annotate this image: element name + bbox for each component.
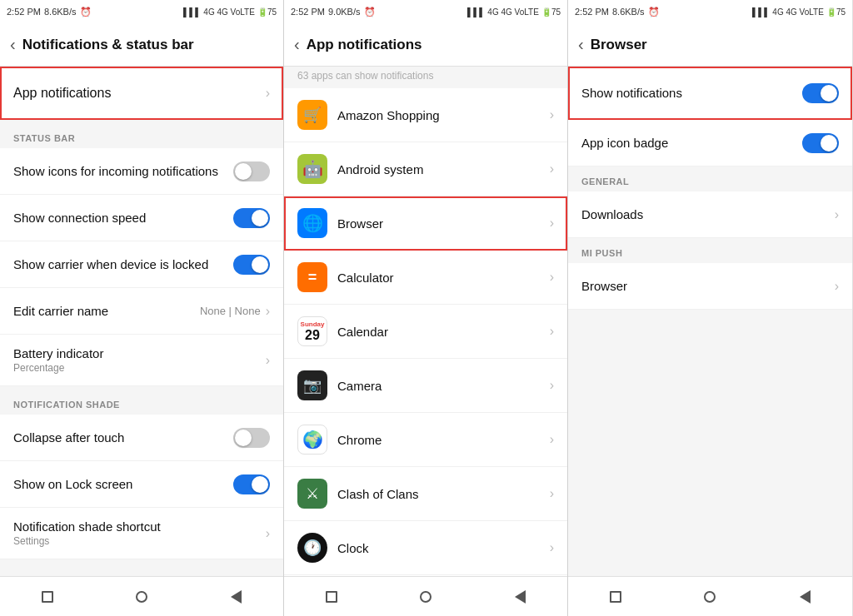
network-type-3: 4G 4G VoLTE: [772, 7, 824, 17]
battery-icon-3: 🔋75: [826, 7, 846, 17]
top-bar-2: ‹ App notifications: [284, 23, 567, 67]
show-connection-speed-text: Show connection speed: [13, 211, 227, 225]
calendar-chevron: ›: [550, 324, 554, 339]
battery-indicator-item[interactable]: Battery indicator Percentage ›: [0, 335, 283, 386]
show-notifications-toggle[interactable]: [802, 83, 839, 103]
edit-carrier-chevron: ›: [266, 304, 270, 319]
back-nav-button-1[interactable]: [221, 582, 251, 612]
status-time-1: 2:52 PM: [7, 7, 41, 17]
show-notifications-item[interactable]: Show notifications: [568, 67, 852, 120]
app-item-camera[interactable]: 📷 Camera ›: [284, 359, 567, 413]
show-connection-speed-toggle[interactable]: [233, 208, 270, 228]
app-icon-badge-label: App icon badge: [581, 136, 796, 150]
show-carrier-text: Show carrier when device is locked: [13, 257, 227, 271]
app-item-amazon[interactable]: 🛒 Amazon Shopping ›: [284, 88, 567, 142]
status-data-3: 8.6KB/s: [612, 7, 645, 17]
show-lock-screen-label: Show on Lock screen: [13, 477, 227, 491]
show-lock-screen-toggle[interactable]: [233, 474, 270, 494]
battery-indicator-text: Battery indicator Percentage: [13, 346, 259, 374]
show-carrier-toggle[interactable]: [233, 255, 270, 275]
browser-mi-push-item[interactable]: Browser ›: [568, 263, 852, 310]
app-item-compass[interactable]: 🧭 Compass ›: [284, 575, 567, 576]
collapse-after-touch-toggle[interactable]: [233, 428, 270, 448]
downloads-nav-right: ›: [835, 207, 839, 222]
home-button-3[interactable]: [695, 582, 725, 612]
edit-carrier-label: Edit carrier name: [13, 304, 193, 318]
edit-carrier-item[interactable]: Edit carrier name None | None ›: [0, 288, 283, 335]
browser-mi-push-right: ›: [835, 279, 839, 294]
clock-text: Clock: [337, 541, 550, 555]
signal-icon-1: ▌▌▌: [183, 7, 201, 17]
back-button-3[interactable]: ‹: [578, 35, 584, 54]
home-button-2[interactable]: [411, 582, 441, 612]
app-item-chrome[interactable]: 🌍 Chrome ›: [284, 413, 567, 467]
app-icon-badge-toggle[interactable]: [802, 133, 839, 153]
alarm-icon-3: ⏰: [648, 7, 660, 17]
section-mi-push: MI PUSH: [568, 238, 852, 263]
network-type-1: 4G 4G VoLTE: [203, 7, 255, 17]
app-item-clock[interactable]: 🕐 Clock ›: [284, 521, 567, 575]
alarm-icon-2: ⏰: [364, 7, 376, 17]
home-button-1[interactable]: [127, 582, 157, 612]
home-icon-3: [704, 591, 716, 603]
battery-icon-1: 🔋75: [257, 7, 277, 17]
notif-shade-shortcut-subtitle: Settings: [13, 535, 259, 547]
back-nav-icon-3: [800, 590, 811, 604]
show-carrier-label: Show carrier when device is locked: [13, 257, 227, 271]
android-label: Android system: [337, 162, 550, 176]
collapse-after-touch-item[interactable]: Collapse after touch: [0, 415, 283, 461]
app-icon-badge-item[interactable]: App icon badge: [568, 120, 852, 166]
status-bar-right-2: ▌▌▌ 4G 4G VoLTE 🔋75: [467, 7, 561, 17]
calendar-icon: Sunday29: [297, 316, 327, 346]
notif-shade-shortcut-item[interactable]: Notification shade shortcut Settings ›: [0, 508, 283, 559]
downloads-nav-item[interactable]: Downloads ›: [568, 191, 852, 238]
back-nav-icon-1: [231, 590, 242, 604]
amazon-text: Amazon Shopping: [337, 108, 550, 122]
bottom-nav-2: [284, 576, 567, 616]
app-notifications-chevron: ›: [266, 86, 270, 101]
back-button-1[interactable]: ‹: [10, 35, 16, 54]
recents-icon-1: [42, 591, 53, 603]
show-icons-item[interactable]: Show icons for incoming notifications: [0, 148, 283, 195]
panel-notifications-status-bar: 2:52 PM 8.6KB/s ⏰ ▌▌▌ 4G 4G VoLTE 🔋75 ‹ …: [0, 0, 284, 616]
back-button-2[interactable]: ‹: [294, 35, 300, 54]
camera-text: Camera: [337, 379, 550, 393]
show-lock-screen-text: Show on Lock screen: [13, 477, 227, 491]
calculator-label: Calculator: [337, 271, 550, 285]
collapse-after-touch-label: Collapse after touch: [13, 430, 227, 445]
camera-icon: 📷: [297, 370, 327, 400]
show-connection-speed-label: Show connection speed: [13, 211, 227, 225]
show-connection-speed-item[interactable]: Show connection speed: [0, 195, 283, 241]
coc-icon: ⚔: [297, 479, 327, 509]
clock-chevron: ›: [550, 540, 554, 555]
app-notifications-label: App notifications: [13, 86, 266, 101]
app-item-calculator[interactable]: = Calculator ›: [284, 251, 567, 305]
battery-indicator-right: ›: [266, 353, 270, 368]
app-item-android[interactable]: 🤖 Android system ›: [284, 142, 567, 196]
collapse-after-touch-right: [233, 428, 270, 448]
chrome-chevron: ›: [550, 432, 554, 447]
app-item-calendar[interactable]: Sunday29 Calendar ›: [284, 305, 567, 359]
panel-app-notifications: 2:52 PM 9.0KB/s ⏰ ▌▌▌ 4G 4G VoLTE 🔋75 ‹ …: [284, 0, 568, 616]
calendar-text: Calendar: [337, 325, 550, 339]
browser-text: Browser: [337, 216, 550, 231]
camera-label: Camera: [337, 379, 550, 393]
recents-button-2[interactable]: [317, 582, 347, 612]
status-data-1: 8.6KB/s: [44, 7, 77, 17]
back-nav-button-3[interactable]: [790, 582, 820, 612]
back-nav-button-2[interactable]: [505, 582, 535, 612]
notif-shade-shortcut-right: ›: [266, 526, 270, 541]
show-carrier-item[interactable]: Show carrier when device is locked: [0, 241, 283, 288]
panel2-content: 🛒 Amazon Shopping › 🤖 Android system › 🌐…: [284, 88, 567, 576]
recents-button-3[interactable]: [601, 582, 631, 612]
app-item-browser[interactable]: 🌐 Browser ›: [284, 196, 567, 251]
app-icon-badge-right: [802, 133, 839, 153]
show-icons-toggle[interactable]: [233, 161, 270, 181]
section-status-bar: STATUS BAR: [0, 120, 283, 148]
show-lock-screen-item[interactable]: Show on Lock screen: [0, 461, 283, 508]
recents-icon-3: [610, 591, 621, 603]
recents-button-1[interactable]: [32, 582, 62, 612]
app-notifications-item[interactable]: App notifications ›: [0, 67, 283, 120]
panel-browser-settings: 2:52 PM 8.6KB/s ⏰ ▌▌▌ 4G 4G VoLTE 🔋75 ‹ …: [568, 0, 852, 616]
app-item-coc[interactable]: ⚔ Clash of Clans ›: [284, 467, 567, 521]
